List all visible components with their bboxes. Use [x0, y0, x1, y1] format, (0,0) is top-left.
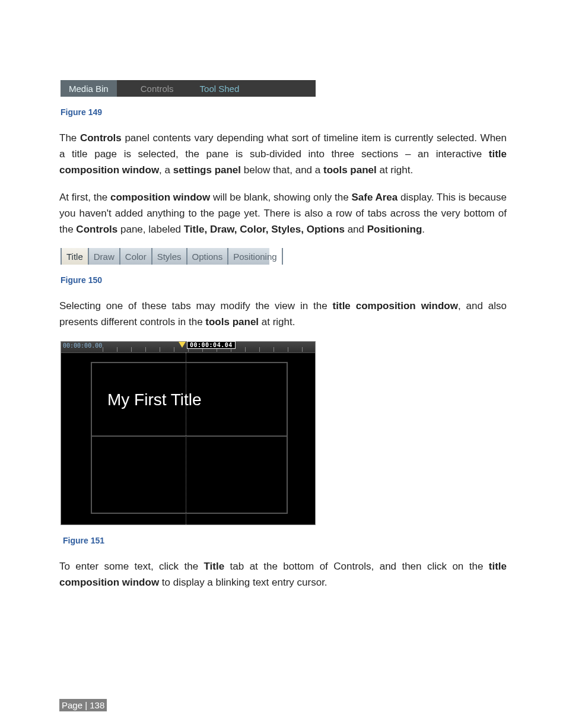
paragraph-4: To enter some text, click the Title tab … [59, 558, 507, 590]
figure-150-label: Figure 150 [61, 275, 507, 285]
paragraph-3: Selecting one of these tabs may modify t… [59, 298, 507, 330]
figure-151-label: Figure 151 [63, 536, 507, 545]
bottom-tab-styles: Styles [152, 248, 187, 265]
bottom-tab-title: Title [62, 248, 89, 265]
timeline-ruler: 00:00:00.00 00:00:04.04 [61, 342, 315, 353]
document-page: Media Bin Controls Tool Shed Figure 149 … [0, 0, 566, 728]
timecode-current: 00:00:04.04 [187, 341, 236, 349]
bottom-tabs-screenshot: Title Draw Color Styles Options Position… [61, 248, 269, 265]
bottom-tab-color: Color [120, 248, 152, 265]
bottom-tab-positioning: Positioning [228, 248, 282, 265]
bottom-tab-draw: Draw [89, 248, 120, 265]
composition-window-screenshot: 00:00:00.00 00:00:04.04 My First Title [61, 341, 316, 525]
paragraph-1: The Controls panel contents vary dependi… [59, 130, 507, 179]
playhead-marker-icon [179, 342, 186, 348]
title-text: My First Title [107, 390, 202, 409]
playhead: 00:00:04.04 [179, 341, 236, 349]
page-number: Page | 138 [59, 699, 107, 711]
page-footer: Page | 138 [59, 699, 107, 711]
tab-media-bin: Media Bin [61, 80, 117, 97]
top-tabs-screenshot: Media Bin Controls Tool Shed [61, 80, 316, 97]
paragraph-2: At first, the composition window will be… [59, 189, 507, 238]
tab-controls: Controls [117, 80, 182, 97]
tab-tool-shed: Tool Shed [182, 80, 248, 97]
bottom-tab-options: Options [187, 248, 229, 265]
timecode-start: 00:00:00.00 [63, 342, 102, 349]
safe-area-box [91, 362, 288, 514]
figure-149-label: Figure 149 [61, 107, 507, 117]
safe-area-midline [91, 435, 288, 437]
